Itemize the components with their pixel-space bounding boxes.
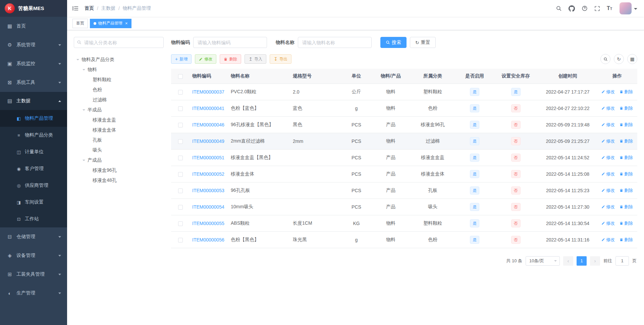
row-checkbox[interactable] xyxy=(178,156,183,160)
next-page-button[interactable]: › xyxy=(590,256,600,266)
table-row[interactable]: ITEM00000056 色粉【黑色】 珠光黑 g 物料 色粉 是 否 2022… xyxy=(171,231,637,248)
page-number-button[interactable]: 1 xyxy=(577,256,587,266)
row-checkbox[interactable] xyxy=(178,90,183,95)
tree-node-leaf[interactable]: 孔板 xyxy=(74,135,164,145)
row-edit-button[interactable]: 修改 xyxy=(601,237,615,243)
row-edit-button[interactable]: 修改 xyxy=(601,187,615,194)
tree-node-leaf[interactable]: 移液盒48孔 xyxy=(74,175,164,185)
font-size-button[interactable]: TT xyxy=(603,0,615,17)
search-button[interactable]: 搜索 xyxy=(380,37,407,48)
row-delete-button[interactable]: 删除 xyxy=(620,89,633,95)
export-button[interactable]: ↧ 导出 xyxy=(270,54,291,64)
edit-button[interactable]: 修改 xyxy=(195,54,216,64)
add-button[interactable]: + 新增 xyxy=(171,54,192,64)
row-edit-button[interactable]: 修改 xyxy=(601,105,615,111)
select-all-checkbox[interactable] xyxy=(178,74,183,79)
material-code-link[interactable]: ITEM00000049 xyxy=(192,139,224,144)
sidebar-toggle-button[interactable] xyxy=(67,0,84,17)
tree-node-leaf[interactable]: 吸头 xyxy=(74,145,164,155)
tree-node-leaf[interactable]: 塑料颗粒 xyxy=(74,75,164,85)
refresh-table-button[interactable]: ↻ xyxy=(614,54,624,64)
tree-node-leaf[interactable]: 色粉 xyxy=(74,85,164,95)
table-row[interactable]: ITEM00000041 色粉【蓝色】 蓝色 g 物料 色粉 是 否 2022-… xyxy=(171,100,637,116)
sidebar-item-material-product-management[interactable]: ◧ 物料产品管理 xyxy=(0,110,67,127)
close-icon[interactable]: × xyxy=(125,21,128,25)
row-delete-button[interactable]: 删除 xyxy=(620,237,633,243)
sidebar-item-measure-unit[interactable]: ◫ 计量单位 xyxy=(0,144,67,160)
prev-page-button[interactable]: ‹ xyxy=(563,256,573,266)
delete-button[interactable]: 删除 xyxy=(220,54,241,64)
row-delete-button[interactable]: 删除 xyxy=(620,155,633,161)
sidebar-item-system-tools[interactable]: ⊠ 系统工具 xyxy=(0,73,67,92)
row-delete-button[interactable]: 删除 xyxy=(620,122,633,128)
material-code-link[interactable]: ITEM00000051 xyxy=(192,155,224,160)
tab-material-product-management[interactable]: 物料产品管理 × xyxy=(90,19,131,28)
table-row[interactable]: ITEM00000051 移液盒盒盖【黑色】 PCS 产品 移液盒盒盖 是 否 … xyxy=(171,149,637,166)
row-checkbox[interactable] xyxy=(178,221,183,226)
table-row[interactable]: ITEM00000052 移液盒盒体 PCS 产品 移液盒盒体 是 否 2022… xyxy=(171,166,637,182)
row-edit-button[interactable]: 修改 xyxy=(601,220,615,226)
row-checkbox[interactable] xyxy=(178,106,183,111)
breadcrumb-home[interactable]: 首页 xyxy=(85,5,94,11)
page-size-select[interactable]: 10条/页 xyxy=(526,256,560,266)
tree-node-group[interactable]: 产成品 xyxy=(74,155,164,165)
row-delete-button[interactable]: 删除 xyxy=(620,204,633,210)
header-search-button[interactable] xyxy=(552,0,565,17)
row-delete-button[interactable]: 删除 xyxy=(620,220,633,226)
sidebar-item-workstation[interactable]: ⊡ 工作站 xyxy=(0,211,67,227)
category-search-input[interactable] xyxy=(74,37,164,48)
row-edit-button[interactable]: 修改 xyxy=(601,171,615,177)
material-name-input[interactable] xyxy=(298,37,372,48)
user-menu[interactable] xyxy=(615,0,644,17)
tab-home[interactable]: 首页 xyxy=(72,19,88,28)
sidebar-item-system-management[interactable]: ⚙ 系统管理 xyxy=(0,36,67,54)
sidebar-item-warehouse-management[interactable]: ⊟ 仓储管理 xyxy=(0,227,67,246)
goto-page-input[interactable] xyxy=(615,256,629,266)
table-row[interactable]: ITEM00000046 96孔移液盒【黑色】 黑色 PCS 产品 移液盒96孔… xyxy=(171,116,637,133)
tree-node-root[interactable]: 物料及产品分类 xyxy=(74,55,164,65)
table-row[interactable]: ITEM00000054 10mm吸头 PCS 产品 吸头 是 否 2022-0… xyxy=(171,199,637,215)
table-row[interactable]: ITEM00000053 96孔孔板 PCS 产品 孔板 是 否 2022-05… xyxy=(171,182,637,199)
row-delete-button[interactable]: 删除 xyxy=(620,138,633,144)
row-delete-button[interactable]: 删除 xyxy=(620,187,633,194)
avatar[interactable] xyxy=(620,2,632,14)
sidebar-item-production-management[interactable]: ◐ 生产管理 xyxy=(0,284,67,303)
sidebar-item-supplier-management[interactable]: ◎ 供应商管理 xyxy=(0,177,67,194)
row-checkbox[interactable] xyxy=(178,139,183,144)
sidebar-item-material-product-category[interactable]: ≡ 物料产品分类 xyxy=(0,127,67,144)
tree-node-group[interactable]: 半成品 xyxy=(74,105,164,115)
row-checkbox[interactable] xyxy=(178,238,183,242)
material-code-link[interactable]: ITEM00000053 xyxy=(192,188,224,193)
material-code-link[interactable]: ITEM00000041 xyxy=(192,106,224,111)
material-code-link[interactable]: ITEM00000052 xyxy=(192,171,224,177)
material-code-link[interactable]: ITEM00000037 xyxy=(192,89,224,95)
row-checkbox[interactable] xyxy=(178,123,183,127)
material-code-link[interactable]: ITEM00000055 xyxy=(192,221,224,226)
row-delete-button[interactable]: 删除 xyxy=(620,171,633,177)
sidebar-item-customer-management[interactable]: ◉ 客户管理 xyxy=(0,160,67,177)
sidebar-item-fixture-management[interactable]: ⊞ 工装夹具管理 xyxy=(0,265,67,284)
material-code-link[interactable]: ITEM00000056 xyxy=(192,237,224,242)
row-checkbox[interactable] xyxy=(178,188,183,193)
toggle-search-button[interactable] xyxy=(600,54,610,64)
table-row[interactable]: ITEM00000055 ABS颗粒 长度1CM KG 物料 塑料颗粒 是 否 … xyxy=(171,215,637,231)
sidebar-item-workshop-settings[interactable]: ◨ 车间设置 xyxy=(0,194,67,211)
row-edit-button[interactable]: 修改 xyxy=(601,89,615,95)
tree-node-leaf[interactable]: 移液盒盒体 xyxy=(74,125,164,135)
sidebar-item-home[interactable]: ▦ 首页 xyxy=(0,17,67,36)
tree-node-leaf[interactable]: 移液盒96孔 xyxy=(74,165,164,175)
row-edit-button[interactable]: 修改 xyxy=(601,122,615,128)
github-link-button[interactable] xyxy=(565,0,578,17)
import-button[interactable]: ↥ 导入 xyxy=(245,54,266,64)
help-button[interactable] xyxy=(578,0,591,17)
sidebar-item-system-monitor[interactable]: ▣ 系统监控 xyxy=(0,54,67,73)
fullscreen-button[interactable] xyxy=(591,0,603,17)
app-logo[interactable]: K 苦糖果MES xyxy=(0,0,67,17)
row-delete-button[interactable]: 删除 xyxy=(620,105,633,111)
material-code-link[interactable]: ITEM00000054 xyxy=(192,204,224,210)
sidebar-item-master-data[interactable]: ▤ 主数据 xyxy=(0,92,67,110)
material-code-link[interactable]: ITEM00000046 xyxy=(192,122,224,127)
tree-node-leaf[interactable]: 移液盒盒盖 xyxy=(74,115,164,125)
tree-node-group[interactable]: 物料 xyxy=(74,65,164,75)
row-checkbox[interactable] xyxy=(178,205,183,210)
